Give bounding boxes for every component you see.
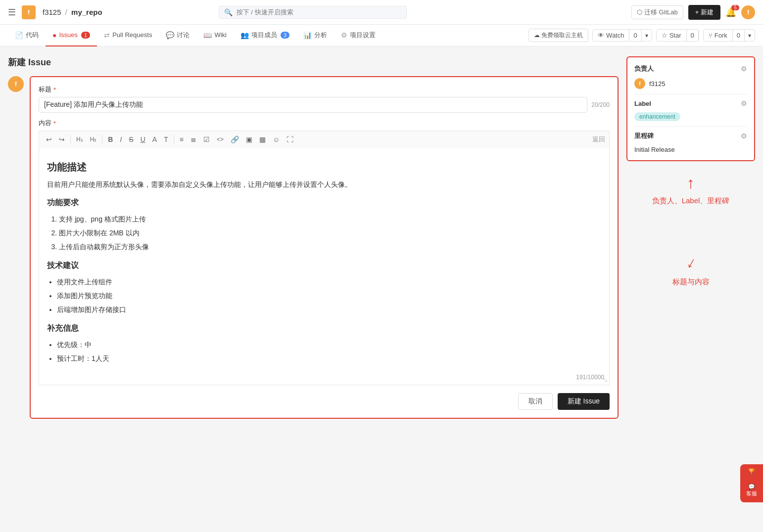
search-bar[interactable]: 🔍 xyxy=(219,6,407,19)
cloud-icon: ☁ xyxy=(534,32,540,39)
nav-item-code[interactable]: 📄 代码 xyxy=(8,25,46,46)
heading2-button[interactable]: H₂ xyxy=(87,134,100,144)
nav-item-issues[interactable]: ● Issues 1 xyxy=(46,25,97,46)
tech-list: 使用文件上传组件 添加图片预览功能 后端增加图片存储接口 xyxy=(47,275,601,316)
toolbar-sep-1 xyxy=(70,135,71,144)
feature-list-item-1: 支持 jpg、png 格式图片上传 xyxy=(59,212,601,226)
annotation-area-1: ↑ 负责人、Label、里程碑 xyxy=(626,169,755,211)
discussion-icon: 💬 xyxy=(166,31,174,39)
assignee-name: f3125 xyxy=(649,80,666,88)
milestone-gear-icon[interactable]: ⚙ xyxy=(741,132,747,140)
watch-dropdown[interactable]: ▾ xyxy=(642,30,652,41)
title-required-star: * xyxy=(53,86,56,93)
content-heading-3: 技术建议 xyxy=(47,261,601,271)
editor-toolbar: ↩ ↪ H₁ H₂ B I S U A T ≡ ≣ xyxy=(39,131,610,148)
repo-navbar: 📄 代码 ● Issues 1 ⇄ Pull Requests 💬 讨论 📖 W… xyxy=(0,25,763,46)
image-button[interactable]: ▣ xyxy=(243,134,255,145)
issues-badge: 1 xyxy=(81,32,90,39)
content-char-count: 191/10000 xyxy=(576,374,604,381)
feature-list-item-3: 上传后自动裁剪为正方形头像 xyxy=(59,240,601,254)
title-row: 标题 * 20/200 xyxy=(39,85,610,113)
nav-item-settings[interactable]: ⚙ 项目设置 xyxy=(334,25,382,46)
tech-list-item-1: 使用文件上传组件 xyxy=(57,275,601,289)
migrate-button[interactable]: ⬡ 迁移 GitLab xyxy=(631,5,683,19)
star-main-button[interactable]: ☆ Star xyxy=(657,30,687,41)
strikethrough-button[interactable]: S xyxy=(126,134,136,145)
star-button-group: ☆ Star 0 xyxy=(656,29,699,42)
milestone-title: 里程碑 xyxy=(634,132,654,140)
issue-form-outer: f 标题 * 20/200 内容 * xyxy=(8,76,619,419)
notification-bell[interactable]: 🔔 5 xyxy=(725,7,736,18)
label-title: Label xyxy=(634,100,651,107)
assignee-avatar: f xyxy=(634,78,645,89)
emoji-button[interactable]: ☺ xyxy=(270,134,283,145)
label-section-header: Label ⚙ xyxy=(634,99,747,107)
assignee-item: f f3125 xyxy=(634,78,747,89)
assignee-title: 负责人 xyxy=(634,64,654,73)
hamburger-icon[interactable]: ☰ xyxy=(8,7,16,18)
clear-format-button[interactable]: T xyxy=(161,134,171,145)
author-avatar: f xyxy=(8,76,24,92)
content-row: 内容 * ↩ ↪ H₁ H₂ B I S U xyxy=(39,119,610,385)
members-badge: 3 xyxy=(281,32,289,39)
bold-button[interactable]: B xyxy=(105,134,116,145)
fork-main-button[interactable]: ⑂ Fork xyxy=(704,30,733,41)
extra-list-item-2: 预计工时：1人天 xyxy=(57,352,601,365)
page-title: 新建 Issue xyxy=(8,56,619,68)
nav-item-wiki[interactable]: 📖 Wiki xyxy=(196,25,234,46)
assignee-gear-icon[interactable]: ⚙ xyxy=(741,65,747,73)
fork-icon: ⑂ xyxy=(709,32,713,39)
eye-icon: 👁 xyxy=(598,32,604,39)
code-button[interactable]: <> xyxy=(214,134,227,144)
underline-button[interactable]: U xyxy=(138,134,148,145)
wiki-icon: 📖 xyxy=(203,31,212,39)
title-input[interactable] xyxy=(39,97,587,113)
tech-list-item-2: 添加图片预览功能 xyxy=(57,289,601,303)
ordered-list-button[interactable]: ≣ xyxy=(188,134,199,145)
label-tag-enhancement[interactable]: enhancement xyxy=(634,112,680,121)
members-icon: 👥 xyxy=(240,31,249,39)
submit-button[interactable]: 新建 Issue xyxy=(558,393,610,410)
heading-button[interactable]: H₁ xyxy=(73,134,86,144)
pr-icon: ⇄ xyxy=(104,31,110,39)
editor-content[interactable]: 功能描述 目前用户只能使用系统默认头像，需要添加自定义头像上传功能，让用户能够上… xyxy=(39,148,610,385)
watch-count: 0 xyxy=(629,30,641,41)
sidebar-assignee-section: 负责人 ⚙ f f3125 Label ⚙ enhancement 里程碑 ⚙ … xyxy=(626,56,755,161)
nav-item-pullrequests[interactable]: ⇄ Pull Requests xyxy=(97,25,159,46)
task-list-button[interactable]: ☑ xyxy=(200,134,213,145)
label-gear-icon[interactable]: ⚙ xyxy=(741,99,747,107)
sidebar: 负责人 ⚙ f f3125 Label ⚙ enhancement 里程碑 ⚙ … xyxy=(626,56,755,419)
tech-list-item-3: 后端增加图片存储接口 xyxy=(57,303,601,316)
fullscreen-button[interactable]: ⛶ xyxy=(284,134,296,145)
redo-button[interactable]: ↪ xyxy=(56,134,68,145)
font-color-button[interactable]: A xyxy=(149,134,160,145)
italic-button[interactable]: I xyxy=(117,134,125,145)
notification-badge: 5 xyxy=(731,5,739,10)
migrate-icon: ⬡ xyxy=(637,8,642,16)
user-avatar[interactable]: f xyxy=(741,5,755,19)
nav-item-analysis[interactable]: 📊 分析 xyxy=(296,25,334,46)
extra-list: 优先级：中 预计工时：1人天 xyxy=(47,338,601,365)
content-required-star: * xyxy=(53,120,56,127)
star-count: 0 xyxy=(687,30,699,41)
undo-button[interactable]: ↩ xyxy=(43,134,55,145)
fork-dropdown[interactable]: ▾ xyxy=(745,30,755,41)
resize-handle[interactable]: ⤡ xyxy=(602,376,608,384)
nav-item-members[interactable]: 👥 项目成员 3 xyxy=(234,25,296,46)
table-button[interactable]: ▦ xyxy=(256,134,269,145)
toolbar-sep-3 xyxy=(174,135,174,144)
form-actions: 取消 新建 Issue xyxy=(39,393,610,410)
nav-item-discussion[interactable]: 💬 讨论 xyxy=(159,25,196,46)
free-cloud-button[interactable]: ☁ 免费领取云主机 xyxy=(528,29,588,42)
content-heading-2: 功能要求 xyxy=(47,198,601,208)
watch-main-button[interactable]: 👁 Watch xyxy=(593,30,629,41)
search-input[interactable] xyxy=(237,8,375,16)
link-button[interactable]: 🔗 xyxy=(228,134,242,145)
new-button[interactable]: + 新建 xyxy=(688,5,720,20)
content-paragraph-1: 目前用户只能使用系统默认头像，需要添加自定义头像上传功能，让用户能够上传并设置个… xyxy=(47,179,601,191)
milestone-section-header: 里程碑 ⚙ xyxy=(634,132,747,140)
repo-breadcrumb: f3125 / my_repo xyxy=(42,8,103,16)
fork-button-group: ⑂ Fork 0 ▾ xyxy=(703,29,755,42)
cancel-button[interactable]: 取消 xyxy=(518,393,553,410)
unordered-list-button[interactable]: ≡ xyxy=(177,134,187,145)
